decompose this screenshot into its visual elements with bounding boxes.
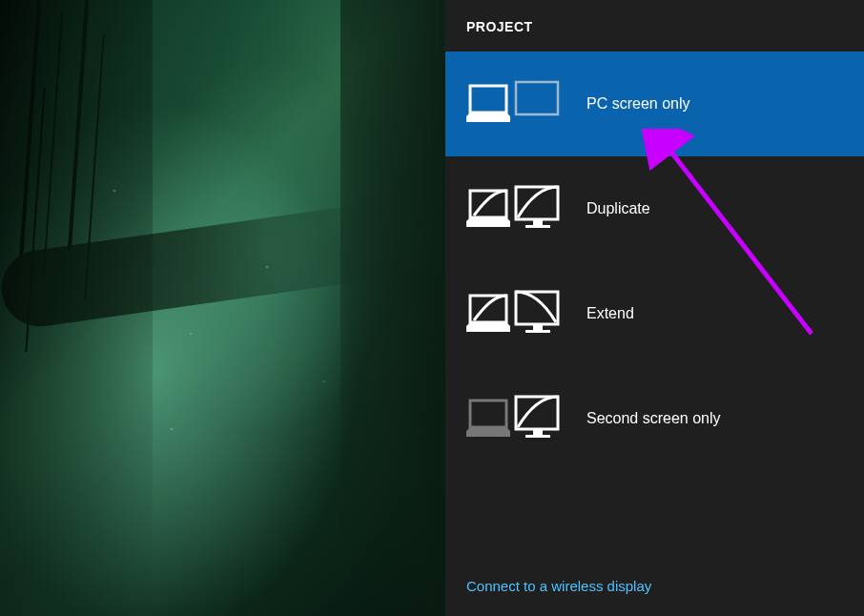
svg-rect-12: [533, 429, 543, 435]
wallpaper-decor: [340, 0, 445, 616]
option-label: Second screen only: [586, 410, 843, 427]
project-option-pc-screen-only[interactable]: PC screen only: [445, 51, 864, 156]
option-label: PC screen only: [586, 95, 843, 113]
svg-rect-4: [533, 219, 543, 225]
extend-icon: [466, 290, 562, 338]
desktop-wallpaper: [0, 0, 445, 616]
project-option-second-screen-only[interactable]: Second screen only: [445, 366, 864, 471]
pc-screen-only-icon: [466, 80, 562, 128]
option-label: Duplicate: [586, 200, 843, 217]
svg-rect-0: [470, 86, 506, 113]
svg-rect-7: [516, 292, 558, 324]
svg-rect-5: [525, 225, 550, 228]
project-option-extend[interactable]: Extend: [445, 261, 864, 366]
wallpaper-decor: [19, 0, 42, 257]
duplicate-icon: [466, 185, 562, 233]
svg-rect-3: [516, 187, 558, 219]
svg-rect-13: [525, 435, 550, 438]
svg-rect-9: [525, 330, 550, 333]
connect-wireless-display-link[interactable]: Connect to a wireless display: [466, 578, 651, 594]
wallpaper-decor: [0, 203, 385, 332]
svg-rect-11: [516, 397, 558, 429]
project-option-duplicate[interactable]: Duplicate: [445, 156, 864, 261]
option-label: Extend: [586, 305, 843, 322]
link-area: Connect to a wireless display: [445, 563, 864, 616]
project-panel: PROJECT PC screen only: [445, 0, 864, 616]
svg-rect-1: [516, 82, 558, 114]
second-screen-only-icon: [466, 395, 562, 442]
svg-rect-8: [533, 324, 543, 330]
panel-title: PROJECT: [445, 0, 864, 51]
svg-rect-10: [470, 400, 506, 427]
